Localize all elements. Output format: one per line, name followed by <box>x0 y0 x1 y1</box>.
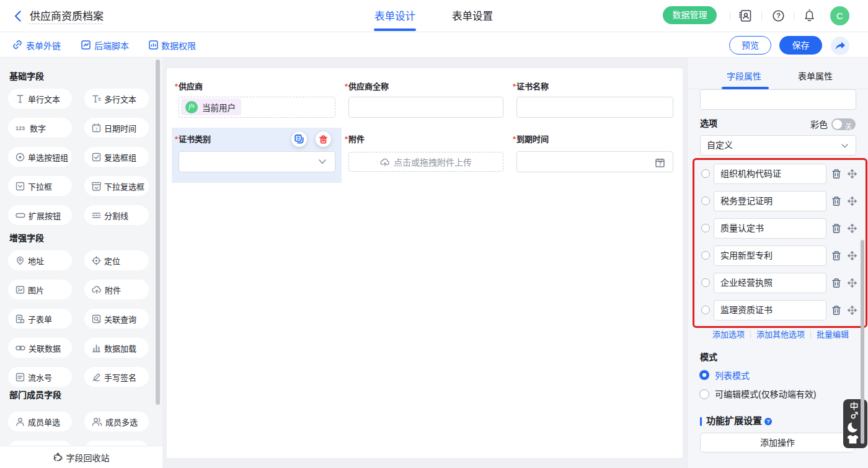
svg-text:7: 7 <box>95 126 98 131</box>
svg-text:?: ? <box>776 12 781 19</box>
svg-text:123: 123 <box>16 125 25 131</box>
svg-text:7: 7 <box>658 161 662 167</box>
